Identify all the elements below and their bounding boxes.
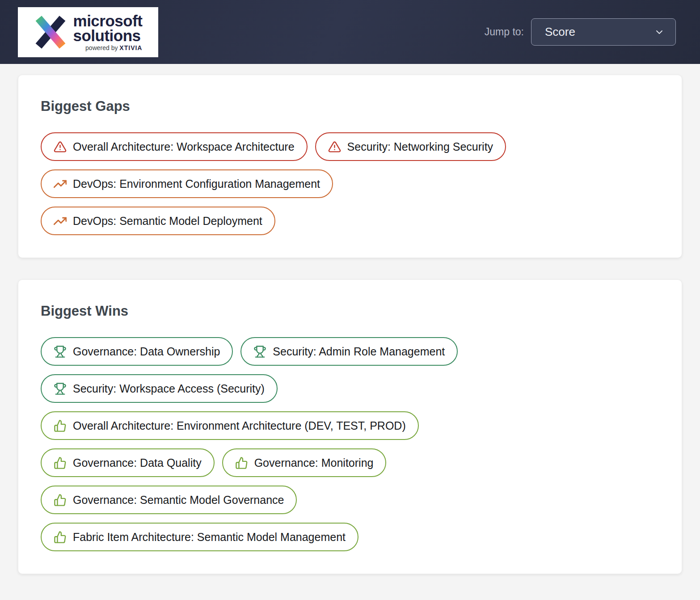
gap-badge-row: DevOps: Environment Configuration Manage… xyxy=(41,169,659,198)
app-header: microsoft solutions powered by XTIVIA Ju… xyxy=(0,0,700,64)
win-badge-label: Security: Workspace Access (Security) xyxy=(73,382,265,395)
win-badge: Security: Admin Role Management xyxy=(240,337,458,366)
powered-by-text: powered by xyxy=(85,44,118,51)
gap-badge-row: DevOps: Semantic Model Deployment xyxy=(41,207,659,235)
trending-up-icon xyxy=(54,215,67,228)
trophy-icon xyxy=(54,345,67,358)
win-badge-label: Governance: Monitoring xyxy=(254,456,374,469)
gap-badge-label: DevOps: Semantic Model Deployment xyxy=(73,215,262,228)
jump-to-label: Jump to: xyxy=(485,26,524,38)
alert-triangle-icon xyxy=(328,140,341,153)
win-badge-row: Governance: Semantic Model Governance xyxy=(41,486,659,514)
biggest-wins-card: Biggest Wins Governance: Data OwnershipS… xyxy=(18,279,682,574)
win-badge: Overall Architecture: Environment Archit… xyxy=(41,411,419,440)
gap-badge: Security: Networking Security xyxy=(315,132,506,161)
biggest-wins-title: Biggest Wins xyxy=(41,303,659,319)
jump-to-selected-value: Score xyxy=(545,25,575,39)
win-badge-row: Overall Architecture: Environment Archit… xyxy=(41,411,659,440)
chevron-down-icon xyxy=(654,27,665,38)
logo-powered-by: powered by XTIVIA xyxy=(85,45,142,51)
main-content: Biggest Gaps Overall Architecture: Works… xyxy=(0,64,700,585)
trophy-icon xyxy=(54,382,67,395)
thumbs-up-icon xyxy=(54,419,67,432)
jump-to-area: Jump to: Score xyxy=(485,18,676,46)
alert-triangle-icon xyxy=(54,140,67,153)
win-badge-label: Governance: Semantic Model Governance xyxy=(73,494,284,507)
trophy-icon xyxy=(253,345,266,358)
win-badge: Governance: Semantic Model Governance xyxy=(41,486,297,514)
win-badge-row: Governance: Data OwnershipSecurity: Admi… xyxy=(41,337,659,366)
wins-badge-list: Governance: Data OwnershipSecurity: Admi… xyxy=(41,337,659,551)
thumbs-up-icon xyxy=(54,456,67,469)
logo-line-1: microsoft xyxy=(73,13,143,28)
trending-up-icon xyxy=(54,177,67,190)
win-badge: Governance: Data Quality xyxy=(41,448,215,477)
win-badge: Governance: Monitoring xyxy=(222,448,387,477)
gap-badge: Overall Architecture: Workspace Architec… xyxy=(41,132,308,161)
win-badge: Fabric Item Architecture: Semantic Model… xyxy=(41,523,358,551)
gap-badge-label: Security: Networking Security xyxy=(347,140,493,153)
logo-line-2: solutions xyxy=(73,28,141,43)
win-badge-label: Governance: Data Ownership xyxy=(73,345,220,358)
biggest-gaps-title: Biggest Gaps xyxy=(41,98,659,114)
gaps-badge-list: Overall Architecture: Workspace Architec… xyxy=(41,132,659,235)
gap-badge-row: Overall Architecture: Workspace Architec… xyxy=(41,132,659,161)
brand-text: XTIVIA xyxy=(119,44,142,51)
thumbs-up-icon xyxy=(54,531,67,544)
biggest-gaps-card: Biggest Gaps Overall Architecture: Works… xyxy=(18,75,682,258)
gap-badge: DevOps: Semantic Model Deployment xyxy=(41,207,275,235)
logo: microsoft solutions powered by XTIVIA xyxy=(18,7,158,57)
x-logo-icon xyxy=(34,16,67,49)
win-badge-row: Security: Workspace Access (Security) xyxy=(41,374,659,403)
gap-badge-label: DevOps: Environment Configuration Manage… xyxy=(73,177,320,190)
thumbs-up-icon xyxy=(235,456,248,469)
gap-badge: DevOps: Environment Configuration Manage… xyxy=(41,169,333,198)
logo-text: microsoft solutions powered by XTIVIA xyxy=(73,13,143,51)
win-badge: Governance: Data Ownership xyxy=(41,337,233,366)
win-badge-label: Fabric Item Architecture: Semantic Model… xyxy=(73,531,346,544)
win-badge-label: Security: Admin Role Management xyxy=(273,345,445,358)
jump-to-select[interactable]: Score xyxy=(531,18,676,46)
thumbs-up-icon xyxy=(54,494,67,507)
win-badge-row: Governance: Data QualityGovernance: Moni… xyxy=(41,448,659,477)
win-badge-label: Overall Architecture: Environment Archit… xyxy=(73,419,406,432)
win-badge-label: Governance: Data Quality xyxy=(73,456,202,469)
win-badge: Security: Workspace Access (Security) xyxy=(41,374,278,403)
gap-badge-label: Overall Architecture: Workspace Architec… xyxy=(73,140,295,153)
win-badge-row: Fabric Item Architecture: Semantic Model… xyxy=(41,523,659,551)
